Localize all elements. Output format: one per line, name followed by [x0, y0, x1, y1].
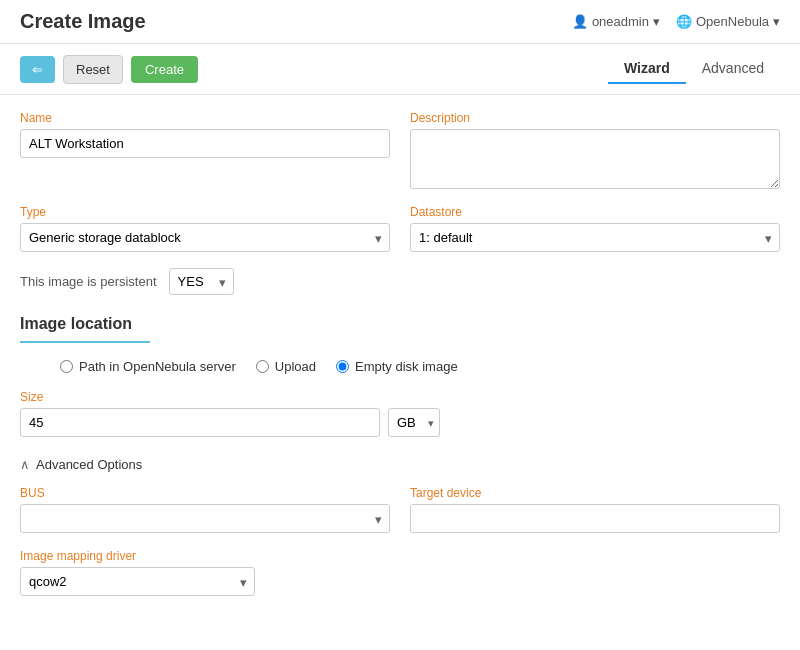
size-label: Size — [20, 390, 380, 404]
top-bar: Create Image 👤 oneadmin ▾ 🌐 OpenNebula ▾ — [0, 0, 800, 44]
size-unit-select[interactable]: MB GB — [388, 408, 440, 437]
mapping-label: Image mapping driver — [20, 549, 255, 563]
bus-select[interactable]: virtio ide scsi — [20, 504, 390, 533]
radio-upload[interactable] — [256, 360, 269, 373]
username: oneadmin — [592, 14, 649, 29]
mapping-group: Image mapping driver qcow2 raw vmdk — [20, 549, 255, 596]
bus-target-row: BUS virtio ide scsi Target device — [20, 486, 780, 533]
size-input[interactable] — [20, 408, 380, 437]
mapping-select-wrapper: qcow2 raw vmdk — [20, 567, 255, 596]
advanced-chevron-icon: ∧ — [20, 457, 30, 472]
radio-path-option[interactable]: Path in OpenNebula server — [60, 359, 236, 374]
create-button[interactable]: Create — [131, 56, 198, 83]
radio-empty[interactable] — [336, 360, 349, 373]
target-input[interactable] — [410, 504, 780, 533]
toolbar: ⇐ Reset Create Wizard Advanced — [0, 44, 800, 95]
cloud-chevron-icon: ▾ — [773, 14, 780, 29]
radio-upload-option[interactable]: Upload — [256, 359, 316, 374]
name-group: Name — [20, 111, 390, 189]
back-button[interactable]: ⇐ — [20, 56, 55, 83]
name-description-row: Name Description — [20, 111, 780, 189]
description-input[interactable] — [410, 129, 780, 189]
tab-wizard[interactable]: Wizard — [608, 54, 686, 84]
cloud-icon: 🌐 — [676, 14, 692, 29]
advanced-toggle-label: Advanced Options — [36, 457, 142, 472]
type-select[interactable]: Generic storage datablock OS CDROM Datab… — [20, 223, 390, 252]
type-label: Type — [20, 205, 390, 219]
size-unit-wrapper: MB GB — [388, 408, 440, 437]
tab-advanced[interactable]: Advanced — [686, 54, 780, 84]
image-location-section: Image location Path in OpenNebula server… — [20, 315, 780, 437]
mapping-select[interactable]: qcow2 raw vmdk — [20, 567, 255, 596]
name-input[interactable] — [20, 129, 390, 158]
back-icon: ⇐ — [32, 62, 43, 77]
image-location-title: Image location — [20, 315, 780, 333]
location-radio-row: Path in OpenNebula server Upload Empty d… — [20, 359, 780, 374]
datastore-select-wrapper: 1: default — [410, 223, 780, 252]
form-container: Name Description Type Generic storage da… — [0, 95, 800, 612]
name-label: Name — [20, 111, 390, 125]
radio-empty-option[interactable]: Empty disk image — [336, 359, 458, 374]
bus-label: BUS — [20, 486, 390, 500]
persistent-row: This image is persistent YES NO — [20, 268, 780, 295]
datastore-select[interactable]: 1: default — [410, 223, 780, 252]
page-title: Create Image — [20, 10, 146, 33]
user-icon: 👤 — [572, 14, 588, 29]
radio-empty-label: Empty disk image — [355, 359, 458, 374]
description-group: Description — [410, 111, 780, 189]
target-label: Target device — [410, 486, 780, 500]
datastore-label: Datastore — [410, 205, 780, 219]
reset-button[interactable]: Reset — [63, 55, 123, 84]
tab-group: Wizard Advanced — [608, 54, 780, 84]
size-row: Size MB GB — [20, 390, 780, 437]
type-select-wrapper: Generic storage datablock OS CDROM Datab… — [20, 223, 390, 252]
top-bar-right: 👤 oneadmin ▾ 🌐 OpenNebula ▾ — [572, 14, 780, 29]
user-chevron-icon: ▾ — [653, 14, 660, 29]
radio-path[interactable] — [60, 360, 73, 373]
section-divider — [20, 341, 150, 343]
bus-group: BUS virtio ide scsi — [20, 486, 390, 533]
advanced-toggle[interactable]: ∧ Advanced Options — [20, 457, 780, 472]
cloud-name: OpenNebula — [696, 14, 769, 29]
description-label: Description — [410, 111, 780, 125]
datastore-group: Datastore 1: default — [410, 205, 780, 252]
persistent-select[interactable]: YES NO — [169, 268, 234, 295]
persistent-label: This image is persistent — [20, 274, 157, 289]
radio-upload-label: Upload — [275, 359, 316, 374]
type-group: Type Generic storage datablock OS CDROM … — [20, 205, 390, 252]
cloud-menu[interactable]: 🌐 OpenNebula ▾ — [676, 14, 780, 29]
user-menu[interactable]: 👤 oneadmin ▾ — [572, 14, 660, 29]
type-datastore-row: Type Generic storage datablock OS CDROM … — [20, 205, 780, 252]
bus-select-wrapper: virtio ide scsi — [20, 504, 390, 533]
radio-path-label: Path in OpenNebula server — [79, 359, 236, 374]
persistent-select-wrapper: YES NO — [169, 268, 234, 295]
target-group: Target device — [410, 486, 780, 533]
size-input-group: Size — [20, 390, 380, 437]
